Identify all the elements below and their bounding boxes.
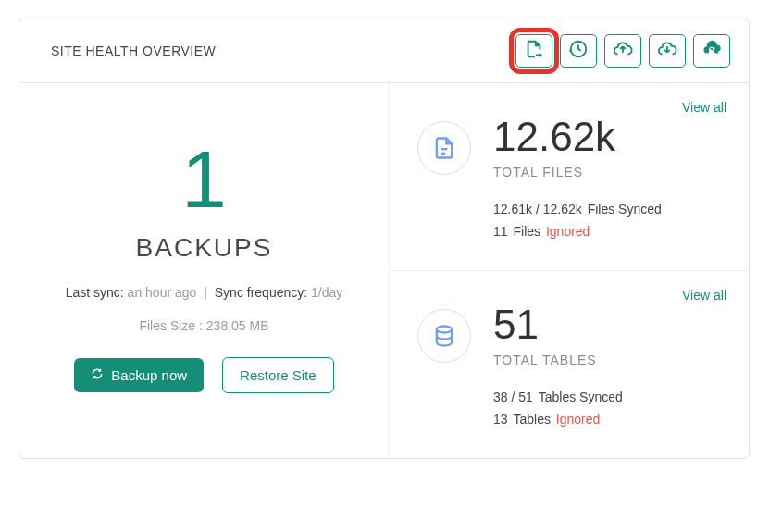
cloud-upload-icon (613, 39, 633, 63)
backups-panel: 1 BACKUPS Last sync: an hour ago | Sync … (19, 83, 390, 458)
files-total-label: TOTAL FILES (493, 165, 615, 179)
files-size-value: 238.05 MB (206, 318, 269, 333)
files-stat-block: View all 12.62k TOTAL FILES 12.61k / 12.… (390, 83, 749, 270)
sync-meta-line: Last sync: an hour ago | Sync frequency:… (45, 285, 363, 300)
cloud-download-button[interactable] (649, 34, 686, 68)
backup-button-row: Backup now Restore Site (45, 357, 363, 393)
file-export-button[interactable] (515, 34, 552, 68)
files-synced-suffix: Files Synced (588, 202, 662, 217)
backups-label: BACKUPS (45, 233, 363, 263)
restore-site-label: Restore Site (240, 367, 317, 383)
sync-freq-value: 1/day (311, 285, 342, 300)
refresh-icon (91, 367, 104, 383)
tables-view-all-link[interactable]: View all (682, 288, 726, 303)
tables-stat-text: 51 TOTAL TABLES (493, 304, 597, 367)
header-icon-row (515, 34, 730, 68)
file-icon (417, 121, 471, 175)
files-synced-slash: / (536, 202, 543, 217)
tables-ignored-line: 13 Tables Ignored (493, 412, 725, 427)
files-view-all-link[interactable]: View all (682, 100, 726, 115)
files-detail-lines: 12.61k / 12.62k Files Synced 11 Files Ig… (493, 202, 725, 239)
tables-synced-total: 51 (518, 390, 533, 404)
cloud-download-icon (657, 39, 677, 63)
files-synced-line: 12.61k / 12.62k Files Synced (493, 202, 725, 217)
card-body: 1 BACKUPS Last sync: an hour ago | Sync … (19, 83, 749, 458)
site-health-card: SITE HEALTH OVERVIEW (19, 19, 750, 459)
card-title: SITE HEALTH OVERVIEW (51, 43, 216, 58)
cloud-sync-button[interactable] (693, 34, 730, 68)
tables-ignored-count: 13 (493, 412, 508, 427)
files-size-label: Files Size : (139, 318, 202, 333)
last-sync-value: an hour ago (128, 285, 197, 300)
tables-total-label: TOTAL TABLES (493, 353, 597, 367)
tables-ignored-word: Ignored (556, 412, 600, 427)
tables-synced-line: 38 / 51 Tables Synced (493, 390, 725, 404)
cloud-upload-button[interactable] (604, 34, 641, 68)
files-synced-total: 12.62k (543, 202, 582, 217)
database-icon (417, 309, 471, 363)
backups-count: 1 (45, 139, 363, 220)
backup-now-label: Backup now (111, 367, 187, 383)
files-total: 12.62k (493, 117, 615, 157)
tables-stat-block: View all 51 TOTAL TABLES 38 / 51 (390, 270, 749, 458)
sync-freq-label: Sync frequency: (215, 285, 307, 300)
files-synced-current: 12.61k (493, 202, 532, 217)
files-size-line: Files Size : 238.05 MB (45, 318, 363, 333)
meta-separator: | (204, 285, 207, 300)
svg-point-1 (437, 327, 452, 333)
file-export-icon (524, 39, 544, 63)
cloud-sync-icon (701, 39, 722, 63)
restore-site-button[interactable]: Restore Site (222, 357, 334, 393)
tables-detail-lines: 38 / 51 Tables Synced 13 Tables Ignored (493, 390, 725, 427)
backup-now-button[interactable]: Backup now (74, 358, 204, 392)
tables-ignored-unit: Tables (513, 412, 550, 427)
files-stat-text: 12.62k TOTAL FILES (493, 117, 615, 179)
tables-stat-head: 51 TOTAL TABLES (417, 304, 725, 367)
files-ignored-line: 11 Files Ignored (493, 224, 725, 239)
history-icon (568, 39, 589, 63)
tables-synced-suffix: Tables Synced (539, 390, 623, 404)
stats-panel: View all 12.62k TOTAL FILES 12.61k / 12.… (390, 83, 749, 458)
card-header: SITE HEALTH OVERVIEW (19, 19, 749, 83)
last-sync-label: Last sync: (66, 285, 124, 300)
files-ignored-count: 11 (493, 224, 508, 239)
files-stat-head: 12.62k TOTAL FILES (417, 117, 725, 179)
history-button[interactable] (560, 34, 597, 68)
tables-total: 51 (493, 304, 597, 345)
files-ignored-word: Ignored (546, 224, 590, 239)
files-ignored-unit: Files (513, 224, 540, 239)
tables-synced-current: 38 (493, 390, 508, 404)
